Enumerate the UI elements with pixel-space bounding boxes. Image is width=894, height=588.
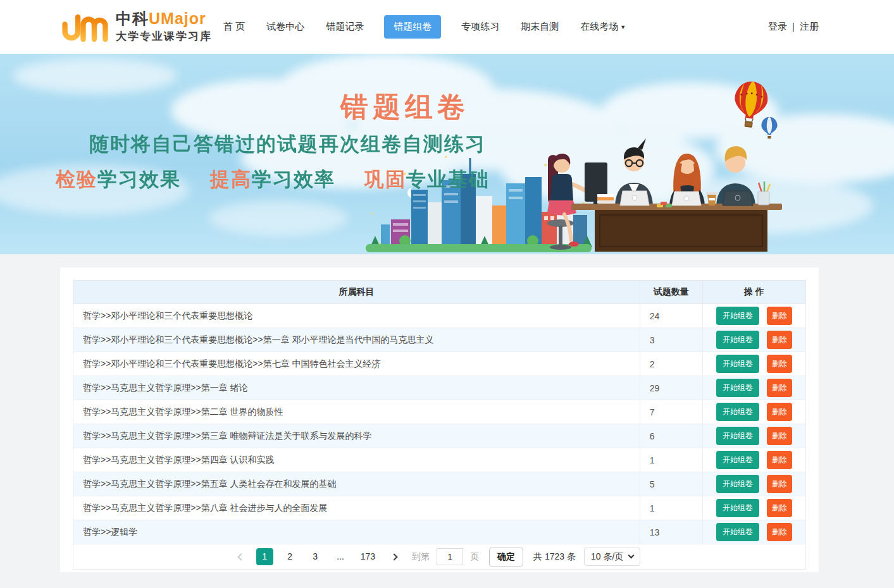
banner-slogan: 检验学习效果 提高学习效率 巩固专业基础: [56, 166, 490, 193]
dropdown-arrow-icon: ▼: [620, 24, 626, 30]
nav-paper-center[interactable]: 试卷中心: [265, 15, 306, 39]
table-row: 哲学>>邓小平理论和三个代表重要思想概论>>第一章 邓小平理论是当代中国的马克思…: [73, 328, 806, 352]
table-row: 哲学>>邓小平理论和三个代表重要思想概论>>第七章 中国特色社会主义经济 2 开…: [73, 352, 806, 376]
chevron-down-icon: [628, 553, 635, 559]
subject-cell: 哲学>>逻辑学: [73, 520, 640, 544]
wrong-question-table: 所属科目 试题数量 操 作 哲学>>邓小平理论和三个代表重要思想概论 24 开始…: [73, 280, 806, 544]
delete-button[interactable]: 删除: [767, 307, 792, 325]
start-paper-button[interactable]: 开始组卷: [716, 331, 759, 349]
goto-page-input[interactable]: [437, 548, 463, 565]
slogan-item: 检验学习效果: [56, 166, 181, 193]
page-button-2[interactable]: 2: [282, 548, 299, 565]
delete-button[interactable]: 删除: [767, 523, 792, 541]
logo-text: 中科UMajor 大学专业课学习库: [116, 10, 212, 44]
start-paper-button[interactable]: 开始组卷: [716, 451, 759, 469]
um-logo-icon: [60, 10, 108, 44]
delete-button[interactable]: 删除: [767, 331, 792, 349]
nav-online-exam-label: 在线考场: [580, 21, 618, 32]
count-cell: 2: [640, 352, 702, 376]
nav-online-exam[interactable]: 在线考场▼: [579, 15, 627, 39]
confirm-button[interactable]: 确定: [489, 548, 523, 567]
slogan-highlight: 检验: [56, 168, 97, 190]
start-paper-button[interactable]: 开始组卷: [716, 379, 759, 397]
start-paper-button[interactable]: 开始组卷: [716, 475, 759, 493]
table-header-row: 所属科目 试题数量 操 作: [73, 281, 806, 304]
delete-button[interactable]: 删除: [767, 499, 792, 517]
goto-prefix-label: 到第: [412, 551, 430, 563]
pagination: 1 2 3 ... 173 到第 页 确定 共 1723 条 10 条/页: [73, 544, 806, 570]
table-row: 哲学>>马克思主义哲学原理>>第三章 唯物辩证法是关于联系与发展的科学 6 开始…: [73, 424, 806, 448]
slogan-rest: 学习效果: [97, 168, 181, 190]
logo[interactable]: 中科UMajor 大学专业课学习库: [60, 10, 222, 44]
table-row: 哲学>>马克思主义哲学原理>>第五章 人类社会存在和发展的基础 5 开始组卷删除: [73, 472, 806, 496]
auth-links: 登录|注册: [768, 21, 819, 33]
count-cell: 13: [640, 520, 702, 544]
nav-home[interactable]: 首 页: [222, 15, 246, 39]
page-button-last[interactable]: 173: [357, 548, 378, 565]
start-paper-button[interactable]: 开始组卷: [716, 523, 759, 541]
delete-button[interactable]: 删除: [767, 355, 792, 373]
count-cell: 6: [640, 424, 702, 448]
delete-button[interactable]: 删除: [767, 475, 792, 493]
brand-cn: 中科: [116, 9, 149, 27]
count-cell: 7: [640, 400, 702, 424]
count-cell: 24: [640, 304, 702, 328]
page-size-value: 10 条/页: [591, 551, 623, 563]
subject-cell: 哲学>>马克思主义哲学原理>>第八章 社会进步与人的全面发展: [73, 496, 640, 520]
col-header-count: 试题数量: [640, 281, 702, 304]
table-row: 哲学>>邓小平理论和三个代表重要思想概论 24 开始组卷删除: [73, 304, 806, 328]
slogan-highlight: 巩固: [364, 168, 406, 190]
slogan-item: 提高学习效率: [210, 166, 335, 193]
subject-cell: 哲学>>马克思主义哲学原理>>第二章 世界的物质性: [73, 400, 640, 424]
register-link[interactable]: 注册: [800, 21, 819, 32]
col-header-actions: 操 作: [702, 281, 805, 304]
subject-cell: 哲学>>邓小平理论和三个代表重要思想概论>>第七章 中国特色社会主义经济: [73, 352, 640, 376]
login-link[interactable]: 登录: [768, 21, 787, 32]
subject-cell: 哲学>>马克思主义哲学原理>>第一章 绪论: [73, 376, 640, 400]
banner-subtitle: 随时将自己答错过的试题再次组卷自测练习: [89, 131, 486, 157]
chevron-left-icon[interactable]: [237, 553, 244, 560]
main-nav: 首 页 试卷中心 错题记录 错题组卷 专项练习 期末自测 在线考场▼: [222, 15, 627, 39]
page-button-3[interactable]: 3: [307, 548, 324, 565]
count-cell: 1: [640, 496, 702, 520]
table-row: 哲学>>马克思主义哲学原理>>第一章 绪论 29 开始组卷删除: [73, 376, 806, 400]
start-paper-button[interactable]: 开始组卷: [716, 355, 759, 373]
total-count-label: 共 1723 条: [533, 551, 576, 563]
table-row: 哲学>>马克思主义哲学原理>>第四章 认识和实践 1 开始组卷删除: [73, 448, 806, 472]
slogan-highlight: 提高: [210, 168, 252, 190]
main-content: 所属科目 试题数量 操 作 哲学>>邓小平理论和三个代表重要思想概论 24 开始…: [0, 254, 894, 582]
start-paper-button[interactable]: 开始组卷: [716, 307, 759, 325]
page-ellipsis: ...: [332, 548, 349, 565]
auth-divider: |: [792, 21, 795, 32]
brand-subtitle: 大学专业课学习库: [116, 29, 212, 44]
delete-button[interactable]: 删除: [767, 451, 792, 469]
chevron-right-icon[interactable]: [390, 553, 397, 560]
hero-banner: 错题组卷 随时将自己答错过的试题再次组卷自测练习 检验学习效果 提高学习效率 巩…: [0, 54, 894, 254]
page-button-1[interactable]: 1: [256, 548, 273, 565]
delete-button[interactable]: 删除: [767, 427, 792, 445]
nav-wrong-records[interactable]: 错题记录: [325, 15, 365, 39]
banner-title: 错题组卷: [340, 89, 469, 126]
delete-button[interactable]: 删除: [767, 403, 792, 421]
delete-button[interactable]: 删除: [767, 379, 792, 397]
table-row: 哲学>>逻辑学 13 开始组卷删除: [73, 520, 806, 544]
start-paper-button[interactable]: 开始组卷: [716, 403, 759, 421]
slogan-item: 巩固专业基础: [364, 166, 490, 193]
nav-wrong-paper-active[interactable]: 错题组卷: [384, 15, 441, 39]
col-header-subject: 所属科目: [73, 281, 640, 304]
site-header: 中科UMajor 大学专业课学习库 首 页 试卷中心 错题记录 错题组卷 专项练…: [0, 0, 894, 54]
count-cell: 1: [640, 448, 702, 472]
start-paper-button[interactable]: 开始组卷: [716, 499, 759, 517]
page-size-select[interactable]: 10 条/页: [584, 548, 640, 566]
subject-cell: 哲学>>马克思主义哲学原理>>第三章 唯物辩证法是关于联系与发展的科学: [73, 424, 640, 448]
nav-final-selftest[interactable]: 期末自测: [519, 15, 560, 39]
nav-special-practice[interactable]: 专项练习: [460, 15, 500, 39]
subject-cell: 哲学>>马克思主义哲学原理>>第四章 认识和实践: [73, 448, 640, 472]
start-paper-button[interactable]: 开始组卷: [716, 427, 759, 445]
table-row: 哲学>>马克思主义哲学原理>>第二章 世界的物质性 7 开始组卷删除: [73, 400, 806, 424]
table-row: 哲学>>马克思主义哲学原理>>第八章 社会进步与人的全面发展 1 开始组卷删除: [73, 496, 806, 520]
goto-suffix-label: 页: [470, 551, 479, 563]
subject-cell: 哲学>>邓小平理论和三个代表重要思想概论: [73, 304, 640, 328]
count-cell: 3: [640, 328, 702, 352]
brand-en: UMajor: [149, 9, 206, 27]
